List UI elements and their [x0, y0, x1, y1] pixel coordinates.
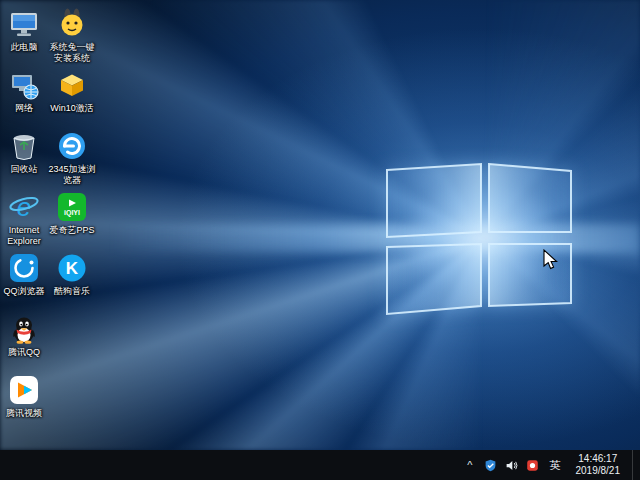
tencent-qq-icon — [8, 313, 40, 345]
desktop-icon-network[interactable]: 网络 — [0, 69, 48, 130]
input-language-indicator[interactable]: 英 — [547, 458, 564, 473]
desktop-icon-win10-activation[interactable]: Win10激活 — [48, 69, 96, 130]
desktop-icon-label: 2345加速浏览器 — [48, 164, 96, 186]
desktop-surface[interactable]: 此电脑 网络 回收站 — [0, 0, 640, 480]
windows-logo-wallpaper — [0, 0, 640, 450]
desktop-icon-kugou-music[interactable]: K 酷狗音乐 — [48, 252, 96, 313]
desktop-icon-tencent-qq[interactable]: 腾讯QQ — [0, 313, 48, 374]
tray-expand-chevron-icon[interactable]: ^ — [464, 460, 475, 471]
desktop-icon-label: 网络 — [15, 103, 33, 114]
desktop-icon-label: 系统兔一键安装系统 — [48, 42, 96, 64]
desktop-icon-label: 腾讯QQ — [8, 347, 40, 358]
desktop-icon-label: 回收站 — [11, 164, 38, 175]
desktop-icon-internet-explorer[interactable]: e Internet Explorer — [0, 191, 48, 252]
recycle-bin-icon — [8, 130, 40, 162]
volume-icon[interactable] — [505, 459, 518, 472]
security-shield-icon[interactable] — [484, 459, 497, 472]
qq-browser-icon — [8, 252, 40, 284]
desktop-icon-this-pc[interactable]: 此电脑 — [0, 8, 48, 69]
desktop-icon-2345-browser[interactable]: 2345加速浏览器 — [48, 130, 96, 191]
desktop-icon-system-rabbit[interactable]: 系统兔一键安装系统 — [48, 8, 96, 69]
show-desktop-button[interactable] — [632, 450, 638, 480]
desktop-icon-tencent-video[interactable]: 腾讯视频 — [0, 374, 48, 435]
desktop-icon-label: 腾讯视频 — [6, 408, 42, 419]
system-rabbit-icon — [56, 8, 88, 40]
desktop-icon-column-1: 此电脑 网络 回收站 — [0, 8, 48, 435]
desktop-icon-qq-browser[interactable]: QQ浏览器 — [0, 252, 48, 313]
svg-text:iQIYI: iQIYI — [64, 209, 80, 217]
system-tray: ^ 英 14:46:17 — [464, 450, 640, 480]
window-pane-top-right — [489, 164, 571, 232]
clock-time: 14:46:17 — [576, 453, 621, 466]
desktop-icon-label: 爱奇艺PPS — [49, 225, 94, 236]
network-icon — [8, 69, 40, 101]
2345-browser-icon — [56, 130, 88, 162]
taskbar: ^ 英 14:46:17 — [0, 450, 640, 480]
window-pane-top-left — [387, 164, 481, 237]
this-pc-icon — [8, 8, 40, 40]
kugou-music-icon: K — [56, 252, 88, 284]
desktop-icon-label: QQ浏览器 — [3, 286, 44, 297]
desktop-icon-column-2: 系统兔一键安装系统 Win10激活 2345加速浏览器 — [48, 8, 96, 313]
svg-text:K: K — [66, 259, 79, 278]
taskbar-clock[interactable]: 14:46:17 2019/8/21 — [572, 453, 625, 478]
desktop-icon-recycle-bin[interactable]: 回收站 — [0, 130, 48, 191]
tencent-video-icon — [8, 374, 40, 406]
desktop-icon-label: 酷狗音乐 — [54, 286, 90, 297]
desktop-icon-label: 此电脑 — [11, 42, 38, 53]
desktop-icon-label: Win10激活 — [50, 103, 94, 114]
window-pane-bottom-left — [387, 244, 481, 314]
win10-activation-icon — [56, 69, 88, 101]
desktop-icon-iqiyi-pps[interactable]: iQIYI 爱奇艺PPS — [48, 191, 96, 252]
iqiyi-pps-icon: iQIYI — [56, 191, 88, 223]
tray-red-app-icon[interactable] — [526, 459, 539, 472]
desktop-icon-label: Internet Explorer — [0, 225, 48, 247]
clock-date: 2019/8/21 — [576, 465, 621, 478]
internet-explorer-icon: e — [8, 191, 40, 223]
mouse-cursor — [543, 249, 559, 275]
